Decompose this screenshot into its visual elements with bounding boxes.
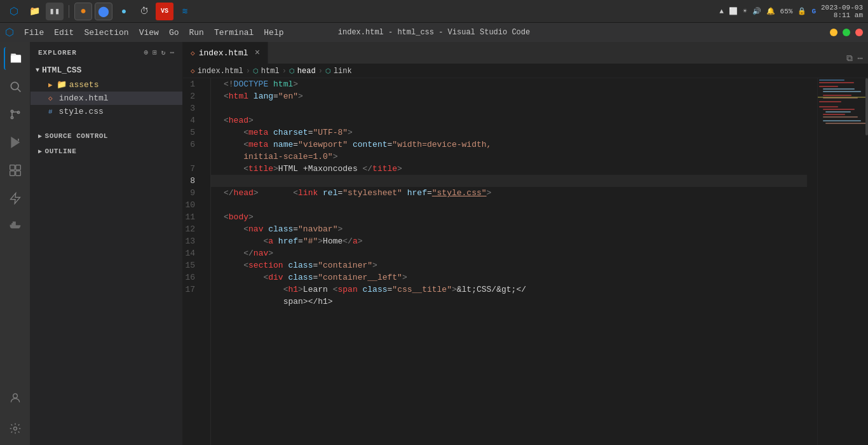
account-activity-icon[interactable] — [4, 387, 27, 409]
ln-2: 2 — [183, 90, 205, 102]
menu-terminal[interactable]: Terminal — [209, 25, 259, 40]
svg-rect-25 — [823, 114, 845, 115]
minimap-content — [818, 78, 868, 396]
code-line-16: <div class="container__left"> — [224, 271, 807, 284]
close-button[interactable] — [855, 29, 863, 36]
new-file-icon[interactable]: ⊕ — [144, 48, 149, 57]
taskbar-divider — [69, 5, 69, 18]
minimize-button[interactable] — [830, 29, 837, 36]
split-editor-icon[interactable]: ⧉ — [846, 53, 853, 64]
html-file-icon: ◇ — [48, 94, 53, 102]
ln-3: 3 — [183, 102, 205, 114]
sidebar-folder-root[interactable]: ▼ HTML_CSS — [31, 63, 182, 78]
code-editor[interactable]: 1 2 3 4 5 6 6 7 8 9 10 11 12 13 14 15 16… — [183, 78, 868, 445]
explorer-activity-icon[interactable] — [4, 47, 27, 70]
code-line-11: <body> — [224, 211, 807, 223]
outline-arrow: ▶ — [38, 147, 43, 155]
menu-go[interactable]: Go — [164, 25, 184, 40]
bc-item-html[interactable]: html — [261, 67, 280, 76]
ln-9: 9 — [183, 187, 205, 199]
svg-point-1 — [11, 82, 18, 90]
taskbar-vscode2-icon[interactable]: ≋ — [176, 3, 194, 20]
search-activity-icon[interactable] — [4, 75, 27, 98]
code-content[interactable]: <!DOCTYPE html> <html lang="en"> <head> … — [211, 78, 817, 445]
menu-file[interactable]: File — [19, 25, 49, 40]
g-icon: G — [811, 8, 816, 15]
ln-15: 15 — [183, 259, 205, 271]
taskbar-chromium-icon[interactable]: ● — [115, 3, 133, 20]
settings-activity-icon[interactable] — [4, 417, 27, 440]
sidebar-item-index-html[interactable]: ◇ index.html — [31, 92, 182, 105]
collapse-icon[interactable]: ⋯ — [170, 48, 175, 57]
taskbar-browser1-icon[interactable]: ● — [74, 3, 92, 20]
css-file-icon: # — [48, 108, 53, 116]
menu-selection[interactable]: Selection — [79, 25, 133, 40]
sidebar-item-assets[interactable]: ▶ 📁 assets — [31, 78, 182, 92]
svg-point-13 — [13, 427, 17, 430]
menu-view[interactable]: View — [134, 25, 164, 40]
activity-bar — [0, 42, 31, 445]
brightness-icon: ☀ — [743, 7, 747, 15]
svg-point-12 — [13, 394, 17, 398]
bc-html-icon: ◇ — [191, 67, 195, 75]
menu-run[interactable]: Run — [184, 25, 208, 40]
taskbar-time: 8:11 am — [821, 11, 863, 19]
screen-icon: ⬜ — [729, 7, 738, 15]
docker-activity-icon[interactable] — [4, 215, 27, 238]
taskbar-vscode-icon[interactable]: ⬡ — [5, 3, 23, 20]
more-actions-icon[interactable]: ⋯ — [858, 53, 863, 64]
maximize-button[interactable] — [843, 29, 850, 36]
volume-icon: 🔊 — [752, 7, 761, 15]
code-line-17b: span></h1> — [224, 296, 807, 308]
svg-rect-10 — [10, 171, 15, 176]
notify-icon: 🔔 — [766, 7, 775, 15]
menu-edit[interactable]: Edit — [49, 25, 79, 40]
svg-rect-28 — [825, 123, 867, 124]
extensions-activity-icon[interactable] — [4, 159, 27, 182]
bc-item-link[interactable]: link — [334, 67, 352, 76]
svg-line-2 — [17, 89, 20, 92]
svg-rect-11 — [15, 171, 20, 176]
bc-item-head[interactable]: head — [297, 67, 316, 76]
taskbar-red-app-icon[interactable]: VS — [156, 3, 173, 20]
code-line-10 — [224, 199, 807, 211]
ln-13: 13 — [183, 235, 205, 247]
outline-label: OUTLINE — [45, 147, 77, 155]
run-activity-icon[interactable] — [4, 131, 27, 154]
sidebar-item-style-css[interactable]: # style.css — [31, 105, 182, 118]
network-icon: ▲ — [719, 8, 724, 15]
ln-8: 8 — [183, 175, 205, 187]
code-line-8: <link rel="stylesheet" href="style.css"> — [211, 175, 807, 187]
source-control-section[interactable]: ▶ SOURCE CONTROL — [31, 128, 182, 144]
source-control-activity-icon[interactable] — [4, 103, 27, 126]
bc-link-icon: ⬡ — [325, 67, 331, 75]
taskbar-terminal-icon[interactable]: ▮▮ — [46, 3, 64, 20]
refresh-icon[interactable]: ↻ — [161, 48, 166, 57]
ln-1: 1 — [183, 78, 205, 90]
bc-item-file[interactable]: index.html — [198, 67, 243, 76]
taskbar-files-icon[interactable]: 📁 — [25, 3, 43, 20]
svg-rect-22 — [819, 106, 838, 107]
tab-close-button[interactable]: × — [255, 48, 260, 58]
sidebar: EXPLORER ⊕ ⊞ ↻ ⋯ ▼ HTML_CSS ▶ 📁 assets ◇… — [31, 42, 183, 445]
new-folder-icon[interactable]: ⊞ — [153, 48, 158, 57]
minimap — [817, 78, 868, 445]
tab-index-html[interactable]: ◇ index.html × — [183, 42, 268, 64]
code-line-17: <h1>Learn <span class="css__title">&lt;C… — [224, 284, 807, 296]
taskbar-browser2-icon[interactable]: ⬤ — [95, 3, 112, 20]
folder-arrow: ▼ — [36, 67, 39, 74]
sidebar-actions: ⊕ ⊞ ↻ ⋯ — [144, 48, 175, 57]
remote-activity-icon[interactable] — [4, 187, 27, 210]
menu-help[interactable]: Help — [259, 25, 288, 40]
svg-rect-27 — [823, 120, 861, 121]
window-title: index.html - html_css - Visual Studio Co… — [338, 28, 530, 37]
code-line-2: <html lang="en"> — [224, 90, 807, 102]
taskbar-date: 2023-09-03 — [821, 4, 863, 11]
taskbar-timer-icon[interactable]: ⏱ — [135, 3, 153, 20]
code-line-5: <meta charset="UTF-8"> — [224, 127, 807, 139]
ln-14: 14 — [183, 247, 205, 259]
lock-icon: 🔒 — [797, 7, 806, 15]
svg-rect-0 — [10, 54, 15, 56]
outline-section[interactable]: ▶ OUTLINE — [31, 144, 182, 159]
ln-6: 6 — [183, 139, 205, 151]
